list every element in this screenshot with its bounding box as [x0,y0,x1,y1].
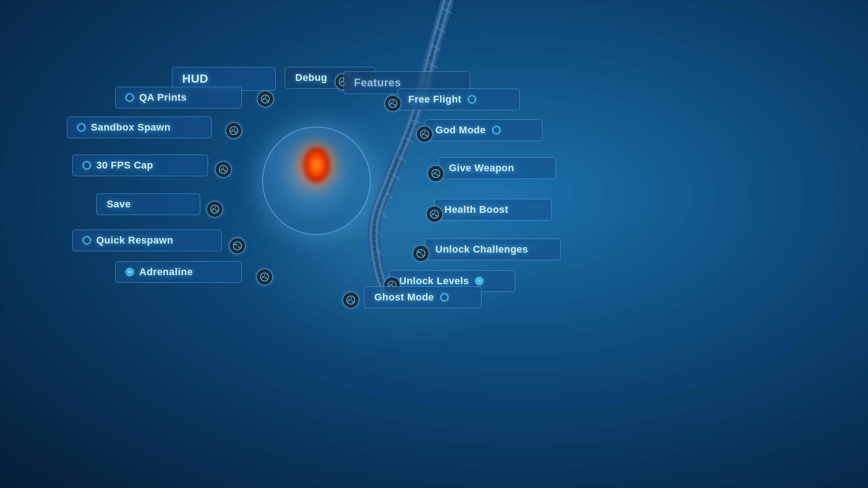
give-weapon-label: Give Weapon [449,162,514,174]
sandbox-spawn-button[interactable]: Sandbox Spawn [67,117,212,138]
sandbox-spawn-node [225,122,242,139]
fps-cap-toggle [83,161,91,169]
free-flight-toggle [468,95,476,103]
svg-line-9 [392,174,400,180]
qa-prints-button[interactable]: QA Prints [115,87,242,108]
unlock-levels-label: Unlock Levels [399,275,469,287]
fps-cap-node [215,161,232,178]
unlock-levels-toggle [475,277,483,285]
sandbox-spawn-label: Sandbox Spawn [91,122,170,133]
svg-line-8 [398,156,406,162]
ghost-mode-label: Ghost Mode [374,291,434,303]
save-button[interactable]: Save [96,193,200,215]
ghost-mode-node [342,291,359,309]
ghost-mode-button[interactable]: Ghost Mode [364,286,481,308]
svg-line-11 [381,211,387,218]
svg-line-7 [405,138,412,142]
svg-line-3 [429,63,438,68]
quick-respawn-label: Quick Respawn [96,235,173,246]
god-mode-toggle [492,126,500,134]
unlock-challenges-label: Unlock Challenges [435,244,528,255]
ghost-mode-toggle [440,293,448,301]
svg-line-1 [436,27,445,33]
health-boost-node [426,206,443,223]
save-node [206,201,223,218]
quick-respawn-button[interactable]: Quick Respawn [72,230,222,251]
health-boost-button[interactable]: Health Boost [434,199,552,221]
free-flight-node [384,95,401,112]
adrenaline-node [256,268,273,286]
quick-respawn-toggle [83,236,91,244]
give-weapon-button[interactable]: Give Weapon [439,157,556,179]
center-orb [262,127,371,235]
adrenaline-button[interactable]: Adrenaline [115,261,242,283]
sandbox-spawn-toggle [77,123,85,131]
god-mode-button[interactable]: God Mode [425,119,542,141]
svg-line-10 [386,192,392,199]
god-mode-node [416,126,433,143]
qa-prints-toggle [126,94,134,102]
unlock-challenges-node [412,245,429,262]
adrenaline-toggle [126,268,134,276]
svg-line-12 [377,230,382,237]
svg-line-13 [377,248,381,254]
save-label: Save [107,198,131,210]
qa-prints-node [257,90,274,108]
free-flight-button[interactable]: Free Flight [398,89,520,110]
health-boost-label: Health Boost [444,204,509,216]
adrenaline-label: Adrenaline [139,266,193,278]
fps-cap-button[interactable]: 30 FPS Cap [72,155,208,176]
qa-prints-label: QA Prints [139,92,187,103]
unlock-challenges-button[interactable]: Unlock Challenges [425,239,561,260]
svg-line-6 [410,120,420,123]
svg-line-0 [443,9,452,14]
fps-cap-label: 30 FPS Cap [96,160,153,171]
god-mode-label: God Mode [435,124,486,136]
svg-line-2 [432,45,441,51]
features-label: Features [354,76,401,89]
free-flight-label: Free Flight [408,94,462,105]
debug-label: Debug [295,72,327,84]
give-weapon-node [427,165,444,182]
hud-label: HUD [182,72,208,86]
quick-respawn-node [229,237,246,254]
